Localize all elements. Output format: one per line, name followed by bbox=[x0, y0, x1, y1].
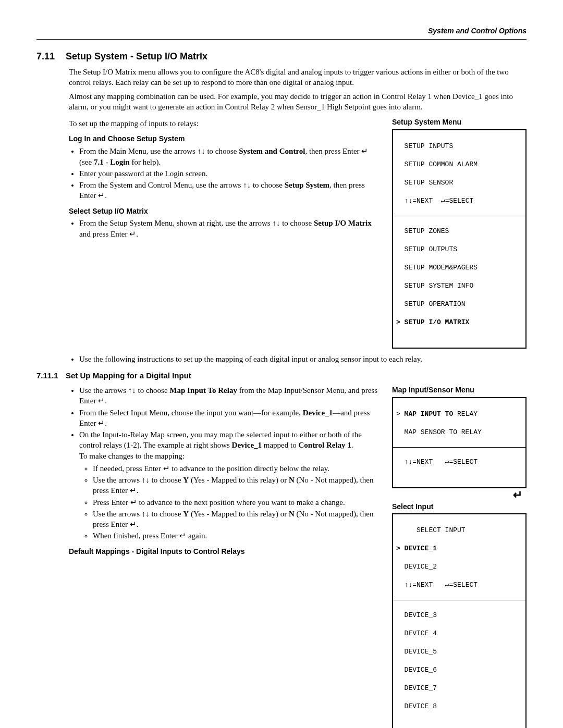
enter-arrow-icon: ↵ bbox=[392, 490, 527, 500]
map-changes-intro: To make changes to the mapping: bbox=[79, 451, 382, 461]
map-substep-3: Press Enter ↵ to advance to the next pos… bbox=[93, 497, 382, 508]
map-input-menu-title: Map Input/Sensor Menu bbox=[392, 385, 527, 395]
subsection-title: Set Up Mapping for a Digital Input bbox=[66, 371, 191, 380]
map-substep-4: Use the arrows ↑↓ to choose Y (Yes - Map… bbox=[93, 509, 382, 530]
running-header: System and Control Options bbox=[36, 26, 527, 40]
subsection-heading: 7.11.1Set Up Mapping for a Digital Input bbox=[36, 371, 527, 381]
login-step-3: From the System and Control Menu, use th… bbox=[79, 180, 382, 201]
map-step-1: Use the arrows ↑↓ to choose Map Input To… bbox=[79, 385, 382, 406]
map-step-3: On the Input-to-Relay Map screen, you ma… bbox=[79, 429, 382, 541]
intro-paragraph-2: Almost any mapping combination can be us… bbox=[69, 91, 527, 113]
intro-paragraph-1: The Setup I/O Matrix menu allows you to … bbox=[69, 67, 527, 88]
default-mappings-heading: Default Mappings - Digital Inputs to Con… bbox=[69, 547, 382, 557]
map-step-2: From the Select Input Menu, choose the i… bbox=[79, 408, 382, 429]
map-substep-5: When finished, press Enter ↵ again. bbox=[93, 530, 382, 541]
select-input-menu-title: Select Input bbox=[392, 502, 527, 512]
select-step-2: Use the following instructions to set up… bbox=[79, 354, 527, 364]
select-step-1: From the Setup System Menu, shown at rig… bbox=[79, 218, 382, 239]
section-number: 7.11 bbox=[36, 50, 66, 63]
map-substep-2: Use the arrows ↑↓ to choose Y (Yes - Map… bbox=[93, 475, 382, 496]
login-step-2: Enter your password at the Login screen. bbox=[79, 168, 382, 179]
section-title: Setup System - Setup I/O Matrix bbox=[66, 51, 207, 61]
login-subheading: Log In and Choose Setup System bbox=[69, 134, 382, 144]
select-input-menu-lcd: SELECT INPUT > DEVICE_1 DEVICE_2 ↑↓=NEXT… bbox=[392, 513, 527, 728]
section-heading: 7.11Setup System - Setup I/O Matrix bbox=[36, 50, 527, 63]
map-substep-1: If needed, press Enter ↵ to advance to t… bbox=[93, 463, 382, 474]
map-input-menu-lcd: > MAP INPUT TO RELAY MAP SENSOR TO RELAY… bbox=[392, 397, 527, 488]
setup-system-menu-title: Setup System Menu bbox=[392, 117, 527, 127]
subsection-number: 7.11.1 bbox=[36, 371, 66, 381]
login-step-1: From the Main Menu, use the arrows ↑↓ to… bbox=[79, 146, 382, 167]
setup-system-menu-lcd: SETUP INPUTS SETUP COMMON ALARM SETUP SE… bbox=[392, 129, 527, 349]
intro-paragraph-3: To set up the mapping of inputs to relay… bbox=[69, 118, 382, 129]
select-subheading: Select Setup I/O Matrix bbox=[69, 206, 382, 216]
